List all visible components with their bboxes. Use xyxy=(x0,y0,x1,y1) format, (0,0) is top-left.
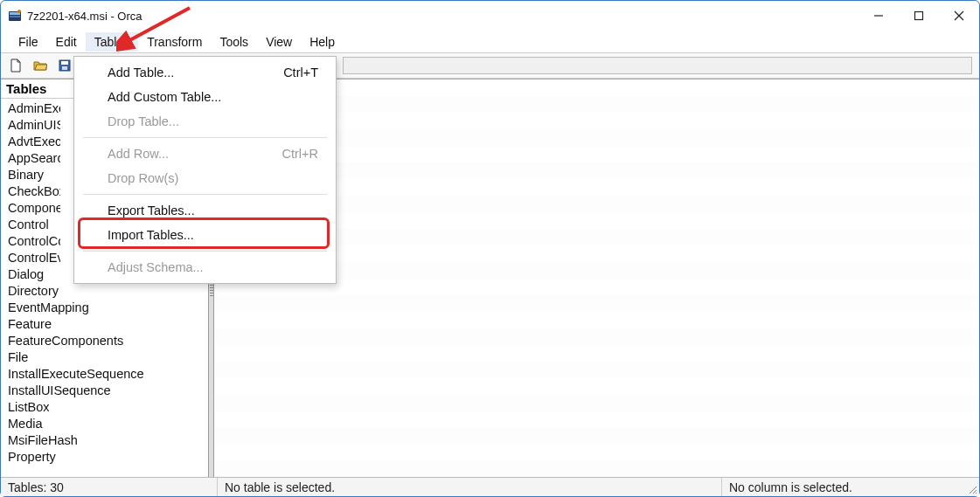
menubar: FileEditTablesTransformToolsViewHelp xyxy=(1,31,979,52)
menuitem-label: Export Tables... xyxy=(108,204,195,217)
svg-line-14 xyxy=(976,493,977,494)
table-row[interactable]: EventMapping xyxy=(8,300,208,316)
menuitem-export-tables[interactable]: Export Tables... xyxy=(74,198,336,223)
table-row[interactable]: AppSearch xyxy=(8,150,60,167)
table-row[interactable]: InstallUISequence xyxy=(8,383,208,399)
svg-rect-10 xyxy=(61,61,68,65)
table-row[interactable]: FeatureComponents xyxy=(8,333,208,349)
table-row[interactable]: InstallExecuteSequence xyxy=(8,366,208,383)
tables-menu-dropdown: Add Table...Ctrl+TAdd Custom Table...Dro… xyxy=(73,56,337,284)
table-row[interactable]: AdminExecuteSequence xyxy=(8,100,60,117)
svg-line-12 xyxy=(970,487,977,494)
titlebar: 7z2201-x64.msi - Orca xyxy=(1,1,979,31)
app-icon xyxy=(8,9,22,23)
menuitem-shortcut: Ctrl+R xyxy=(282,147,319,161)
menuitem-drop-table: Drop Table... xyxy=(74,109,336,134)
menuitem-label: Import Tables... xyxy=(108,228,194,242)
status-table-selection: No table is selected. xyxy=(218,478,722,496)
menuitem-label: Drop Table... xyxy=(108,114,179,128)
table-row[interactable]: Directory xyxy=(8,283,208,300)
menuitem-add-row: Add Row...Ctrl+R xyxy=(74,142,336,166)
menu-tables[interactable]: Tables xyxy=(86,32,138,52)
menuitem-label: Add Custom Table... xyxy=(108,90,221,104)
toolbar-right-strip xyxy=(343,57,972,74)
svg-point-4 xyxy=(17,10,21,13)
menu-file[interactable]: File xyxy=(10,32,47,52)
menuitem-label: Adjust Schema... xyxy=(108,260,204,274)
svg-rect-6 xyxy=(915,12,923,20)
menuitem-label: Drop Row(s) xyxy=(108,171,178,185)
save-file-button[interactable] xyxy=(55,56,74,75)
resize-grip[interactable] xyxy=(963,478,979,496)
menuitem-add-table[interactable]: Add Table...Ctrl+T xyxy=(74,60,336,85)
table-row[interactable]: Feature xyxy=(8,316,208,333)
menu-view[interactable]: View xyxy=(257,32,301,52)
table-row[interactable]: AdminUISequence xyxy=(8,117,60,134)
table-row[interactable]: Property xyxy=(8,449,208,466)
menuitem-label: Add Row... xyxy=(108,147,169,161)
menuitem-shortcut: Ctrl+T xyxy=(283,66,318,79)
status-column-selection: No column is selected. xyxy=(722,478,963,496)
table-row[interactable]: Binary xyxy=(8,167,60,183)
table-row[interactable]: ControlEvent xyxy=(8,250,60,266)
maximize-button[interactable] xyxy=(899,3,939,29)
table-row[interactable]: Control xyxy=(8,217,60,233)
menuitem-label: Add Table... xyxy=(108,66,174,79)
minimize-button[interactable] xyxy=(858,3,899,29)
open-file-button[interactable] xyxy=(31,56,50,75)
table-row[interactable]: ControlCondition xyxy=(8,233,60,250)
menu-help[interactable]: Help xyxy=(301,32,344,52)
menuitem-adjust-schema: Adjust Schema... xyxy=(74,255,336,280)
menu-transform[interactable]: Transform xyxy=(138,32,211,52)
menuitem-import-tables[interactable]: Import Tables... xyxy=(74,223,336,247)
app-window: 7z2201-x64.msi - Orca FileEditTablesTran… xyxy=(0,0,980,497)
table-row[interactable]: AdvtExecuteSequence xyxy=(8,134,60,150)
table-row[interactable]: Component xyxy=(8,200,60,217)
new-file-button[interactable] xyxy=(6,56,25,75)
table-row[interactable]: Media xyxy=(8,416,208,432)
table-row[interactable]: ListBox xyxy=(8,399,208,416)
status-table-count: Tables: 30 xyxy=(1,478,218,496)
menu-edit[interactable]: Edit xyxy=(47,32,86,52)
table-row[interactable]: MsiFileHash xyxy=(8,432,208,449)
menu-tools[interactable]: Tools xyxy=(211,32,257,52)
svg-rect-3 xyxy=(10,16,20,17)
menuitem-add-custom-table[interactable]: Add Custom Table... xyxy=(74,85,336,109)
table-row[interactable]: File xyxy=(8,349,208,366)
table-row[interactable]: CheckBox xyxy=(8,183,60,200)
statusbar: Tables: 30 No table is selected. No colu… xyxy=(1,477,979,496)
svg-rect-11 xyxy=(62,66,67,70)
window-title: 7z2201-x64.msi - Orca xyxy=(27,10,142,23)
close-button[interactable] xyxy=(939,3,979,29)
menuitem-drop-rows: Drop Row(s) xyxy=(74,166,336,190)
